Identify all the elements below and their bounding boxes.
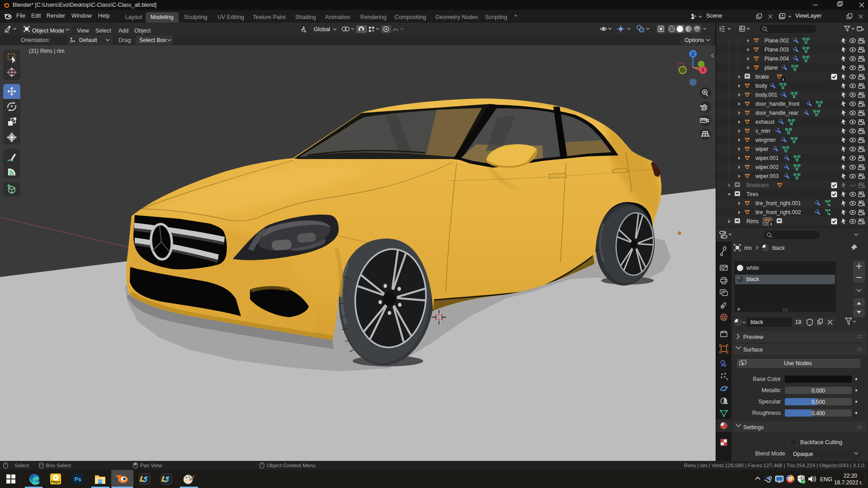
- svg-text:door_handle_rear: door_handle_rear: [755, 110, 798, 116]
- svg-text:wingmirr: wingmirr: [755, 137, 776, 143]
- svg-text:tire_front_right.001: tire_front_right.001: [755, 200, 801, 206]
- svg-text:Backface Culling: Backface Culling: [800, 439, 842, 446]
- svg-text:(31) Rims | rim: (31) Rims | rim: [29, 48, 64, 54]
- svg-text:Booleans: Booleans: [746, 182, 769, 188]
- svg-text:Plane.002: Plane.002: [764, 38, 789, 44]
- svg-text:Base Color: Base Color: [753, 376, 781, 382]
- svg-text:0.000: 0.000: [811, 388, 825, 394]
- svg-text:Settings: Settings: [743, 424, 764, 431]
- svg-text:Use Nodes: Use Nodes: [784, 360, 812, 366]
- svg-text:door_handle_front: door_handle_front: [755, 101, 800, 107]
- svg-text:wiper: wiper: [755, 146, 769, 152]
- svg-text:Box Select: Box Select: [46, 463, 71, 468]
- svg-text:ENG: ENG: [820, 476, 832, 483]
- svg-text:Roughness: Roughness: [752, 410, 781, 416]
- svg-text:4: 4: [782, 77, 784, 82]
- svg-text:Opaque: Opaque: [793, 451, 813, 457]
- svg-text:22:20: 22:20: [844, 473, 857, 479]
- svg-text:Pan View: Pan View: [140, 463, 162, 468]
- svg-text:Object Context Menu: Object Context Menu: [267, 463, 316, 468]
- svg-text:black: black: [772, 245, 785, 251]
- svg-text:brake: brake: [755, 74, 769, 80]
- svg-text:body: body: [755, 83, 767, 89]
- svg-text:s_mirr: s_mirr: [755, 128, 770, 134]
- svg-text:tire_front_right.002: tire_front_right.002: [755, 209, 801, 216]
- svg-text:8: 8: [770, 222, 772, 226]
- svg-text:Surface: Surface: [743, 347, 763, 353]
- svg-text:Rims: Rims: [746, 218, 759, 225]
- svg-text:black: black: [750, 319, 764, 325]
- svg-text:plane: plane: [764, 65, 778, 71]
- svg-text:Player: Player: [51, 480, 60, 484]
- svg-text:body.001: body.001: [755, 92, 778, 98]
- svg-text:Plane.003: Plane.003: [764, 47, 789, 53]
- svg-text:exhaust: exhaust: [755, 119, 775, 125]
- svg-text:Ps: Ps: [75, 476, 81, 483]
- svg-text:Plane.004: Plane.004: [764, 56, 789, 62]
- svg-text:Specular: Specular: [759, 399, 781, 405]
- svg-text:18: 18: [795, 319, 802, 325]
- svg-text:Metallic: Metallic: [762, 387, 781, 394]
- svg-text:0.500: 0.500: [811, 399, 825, 405]
- svg-text:X: X: [702, 68, 705, 73]
- svg-text:wiper.001: wiper.001: [755, 155, 779, 161]
- svg-text:white: white: [746, 265, 759, 271]
- svg-text:rim: rim: [744, 245, 752, 251]
- svg-text:Blend Mode: Blend Mode: [755, 450, 785, 457]
- svg-text:black: black: [746, 276, 760, 282]
- svg-text:wiper.002: wiper.002: [755, 164, 779, 170]
- svg-text:Z: Z: [692, 52, 694, 56]
- svg-text:0.400: 0.400: [811, 410, 825, 417]
- svg-text:Preview: Preview: [743, 334, 764, 340]
- svg-text:Select: Select: [14, 463, 29, 468]
- svg-text:16.7.2022 г.: 16.7.2022 г.: [834, 479, 863, 486]
- svg-text:Tires: Tires: [746, 191, 758, 197]
- svg-text:Global: Global: [314, 26, 330, 33]
- svg-text:wiper.003: wiper.003: [755, 173, 779, 179]
